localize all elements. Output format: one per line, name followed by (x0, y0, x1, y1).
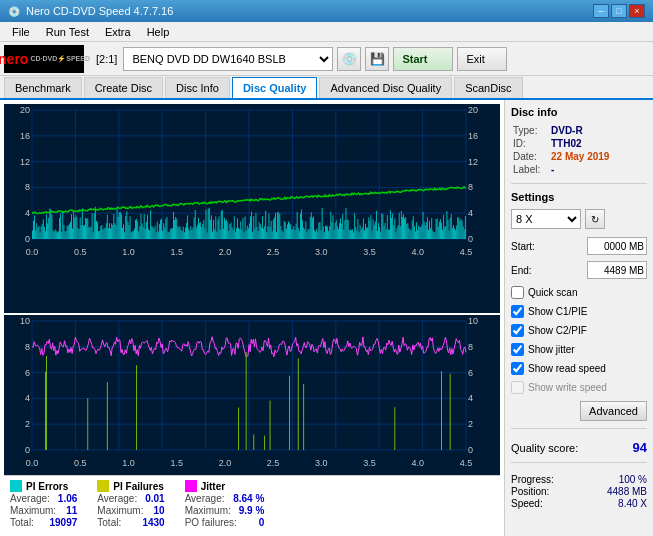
maximize-button[interactable]: □ (611, 4, 627, 18)
menu-file[interactable]: File (4, 24, 38, 40)
pi-failures-avg-value: 0.01 (145, 493, 164, 504)
save-icon-button[interactable]: 💾 (365, 47, 389, 71)
jitter-avg-value: 8.64 % (233, 493, 264, 504)
tabs: Benchmark Create Disc Disc Info Disc Qua… (0, 76, 653, 100)
divider3 (511, 462, 647, 463)
po-failures-label: PO failures: (185, 517, 237, 528)
disc-label-label: Label: (511, 163, 549, 176)
menu-help[interactable]: Help (139, 24, 178, 40)
tab-benchmark[interactable]: Benchmark (4, 77, 82, 98)
disc-icon-button[interactable]: 💿 (337, 47, 361, 71)
advanced-button[interactable]: Advanced (580, 401, 647, 421)
show-c2pif-label: Show C2/PIF (528, 325, 587, 336)
tab-create-disc[interactable]: Create Disc (84, 77, 163, 98)
drive-select[interactable]: BENQ DVD DD DW1640 BSLB (123, 47, 333, 71)
show-write-speed-checkbox (511, 381, 524, 394)
title-bar: 💿 Nero CD-DVD Speed 4.7.7.16 – □ × (0, 0, 653, 22)
show-read-speed-checkbox[interactable] (511, 362, 524, 375)
show-jitter-label: Show jitter (528, 344, 575, 355)
minimize-button[interactable]: – (593, 4, 609, 18)
jitter-label: Jitter (201, 481, 225, 492)
start-input[interactable] (587, 237, 647, 255)
quick-scan-checkbox[interactable] (511, 286, 524, 299)
pi-failures-color (97, 480, 109, 492)
show-c1pie-label: Show C1/PIE (528, 306, 587, 317)
progress-value: 100 % (619, 474, 647, 485)
app-icon: 💿 (8, 6, 20, 17)
progress-label: Progress: (511, 474, 554, 485)
toolbar: nero CD·DVD⚡SPEED [2:1] BENQ DVD DD DW16… (0, 42, 653, 76)
window-controls[interactable]: – □ × (593, 4, 645, 18)
start-button[interactable]: Start (393, 47, 453, 71)
settings-title: Settings (511, 191, 647, 203)
disc-type-row: Type: DVD-R (511, 124, 647, 137)
pi-errors-avg-value: 1.06 (58, 493, 77, 504)
speed-value: 8.40 X (618, 498, 647, 509)
tab-scan-disc[interactable]: ScanDisc (454, 77, 522, 98)
jitter-avg-label: Average: (185, 493, 225, 504)
menu-run-test[interactable]: Run Test (38, 24, 97, 40)
show-write-speed-label: Show write speed (528, 382, 607, 393)
refresh-icon-button[interactable]: ↻ (585, 209, 605, 229)
speed-row: 8 X ↻ (511, 209, 647, 229)
window-title: Nero CD-DVD Speed 4.7.7.16 (26, 5, 173, 17)
pi-errors-total-value: 19097 (50, 517, 78, 528)
pi-failures-avg-label: Average: (97, 493, 137, 504)
quality-score-label: Quality score: (511, 442, 578, 454)
menu-extra[interactable]: Extra (97, 24, 139, 40)
disc-info-title: Disc info (511, 106, 647, 118)
top-chart (4, 104, 500, 313)
tab-advanced-disc-quality[interactable]: Advanced Disc Quality (319, 77, 452, 98)
quality-score-row: Quality score: 94 (511, 440, 647, 455)
progress-row: Progress: 100 % (511, 474, 647, 485)
menu-bar: File Run Test Extra Help (0, 22, 653, 42)
pi-errors-group: PI Errors Average: 1.06 Maximum: 11 Tota… (10, 480, 77, 528)
disc-type-label: Type: (511, 124, 549, 137)
show-read-speed-row: Show read speed (511, 362, 647, 375)
pi-failures-group: PI Failures Average: 0.01 Maximum: 10 To… (97, 480, 164, 528)
show-jitter-row: Show jitter (511, 343, 647, 356)
jitter-max-value: 9.9 % (239, 505, 265, 516)
jitter-group: Jitter Average: 8.64 % Maximum: 9.9 % PO… (185, 480, 265, 528)
disc-type-value: DVD-R (549, 124, 647, 137)
tab-disc-quality[interactable]: Disc Quality (232, 77, 318, 98)
end-mb-row: End: (511, 261, 647, 279)
end-label: End: (511, 265, 532, 276)
show-c1pie-row: Show C1/PIE (511, 305, 647, 318)
position-row: Position: 4488 MB (511, 486, 647, 497)
position-value: 4488 MB (607, 486, 647, 497)
quick-scan-label: Quick scan (528, 287, 577, 298)
quality-score-value: 94 (633, 440, 647, 455)
divider2 (511, 428, 647, 429)
disc-label-row: Label: - (511, 163, 647, 176)
speed-label: Speed: (511, 498, 543, 509)
pi-failures-max-label: Maximum: (97, 505, 143, 516)
right-panel: Disc info Type: DVD-R ID: TTH02 Date: 22… (505, 100, 653, 536)
disc-date-label: Date: (511, 150, 549, 163)
speed-select[interactable]: 8 X (511, 209, 581, 229)
show-jitter-checkbox[interactable] (511, 343, 524, 356)
start-label: Start: (511, 241, 535, 252)
end-input[interactable] (587, 261, 647, 279)
show-c2pif-checkbox[interactable] (511, 324, 524, 337)
disc-label-value: - (549, 163, 647, 176)
disc-id-row: ID: TTH02 (511, 137, 647, 150)
disc-id-label: ID: (511, 137, 549, 150)
pi-failures-total-value: 1430 (142, 517, 164, 528)
divider1 (511, 183, 647, 184)
tab-disc-info[interactable]: Disc Info (165, 77, 230, 98)
pi-errors-avg-label: Average: (10, 493, 50, 504)
chart-area: PI Errors Average: 1.06 Maximum: 11 Tota… (0, 100, 505, 536)
exit-button[interactable]: Exit (457, 47, 507, 71)
nero-logo: nero CD·DVD⚡SPEED (4, 45, 84, 73)
start-mb-row: Start: (511, 237, 647, 255)
quick-scan-row: Quick scan (511, 286, 647, 299)
disc-date-row: Date: 22 May 2019 (511, 150, 647, 163)
show-c1pie-checkbox[interactable] (511, 305, 524, 318)
pi-errors-max-label: Maximum: (10, 505, 56, 516)
pi-failures-max-value: 10 (154, 505, 165, 516)
pi-errors-color (10, 480, 22, 492)
disc-info-table: Type: DVD-R ID: TTH02 Date: 22 May 2019 … (511, 124, 647, 176)
close-button[interactable]: × (629, 4, 645, 18)
pi-errors-max-value: 11 (66, 505, 77, 516)
